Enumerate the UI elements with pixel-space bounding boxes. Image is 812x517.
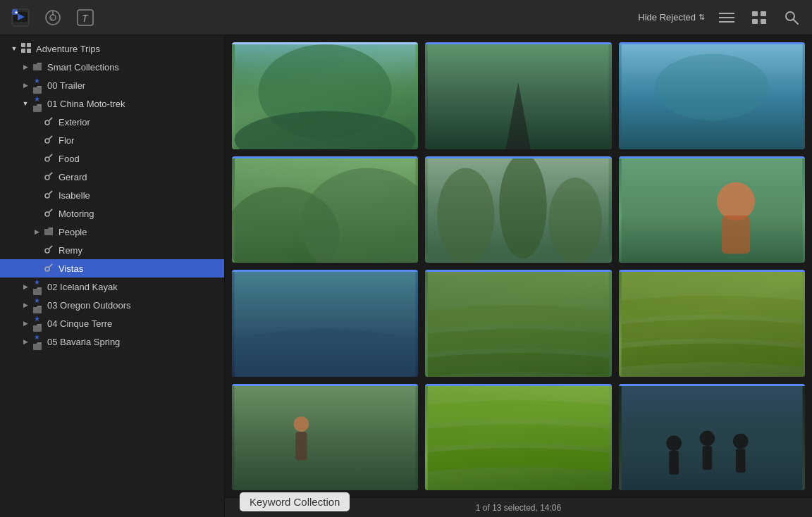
sidebar-item-00-trailer[interactable]: ▶★00 Trailer xyxy=(0,76,224,94)
keyword-icon xyxy=(42,244,55,256)
media-card[interactable]: IMG_1078 xyxy=(232,156,418,263)
sidebar-item-05-bavaria[interactable]: ▶★05 Bavaria Spring xyxy=(0,332,224,351)
thumbnail-image xyxy=(619,386,805,491)
svg-point-59 xyxy=(499,158,547,258)
svg-rect-16 xyxy=(752,19,758,24)
media-card[interactable]: 150802_010 xyxy=(619,270,805,377)
svg-rect-22 xyxy=(21,49,25,53)
thumbnail-image xyxy=(232,386,418,491)
media-card[interactable] xyxy=(425,384,611,491)
svg-line-26 xyxy=(50,118,52,120)
svg-point-30 xyxy=(45,157,49,161)
svg-line-32 xyxy=(50,154,52,156)
sidebar-item-label: 05 Bavaria Spring xyxy=(47,337,219,347)
thumbnail-image xyxy=(425,272,611,377)
sidebar-item-food[interactable]: Food xyxy=(0,149,224,168)
media-area: 150731_003150802_015IMG_1775IMG_1078IMG_… xyxy=(225,35,812,517)
media-card[interactable]: 150802_011 xyxy=(425,270,611,377)
svg-rect-77 xyxy=(736,449,746,473)
sidebar-item-label: 00 Trailer xyxy=(47,80,219,91)
keyword-icon xyxy=(42,189,55,201)
svg-rect-73 xyxy=(669,450,679,474)
sidebar-item-02-iceland[interactable]: ▶★02 Iceland Kayak xyxy=(0,278,224,296)
svg-line-47 xyxy=(50,264,52,266)
keyword-icon xyxy=(42,135,55,147)
chevron-icon[interactable]: ▶ xyxy=(20,338,31,345)
chevron-icon[interactable]: ▶ xyxy=(20,283,31,290)
sidebar-item-gerard[interactable]: Gerard xyxy=(0,168,224,186)
svg-point-55 xyxy=(232,187,339,263)
svg-line-35 xyxy=(50,173,52,175)
sidebar-item-label: 02 Iceland Kayak xyxy=(47,282,219,292)
chevron-icon[interactable]: ▶ xyxy=(20,320,31,327)
svg-rect-66 xyxy=(621,272,802,377)
sidebar-item-remy[interactable]: Remy xyxy=(0,241,224,259)
svg-point-68 xyxy=(294,416,309,432)
sidebar-item-label: 03 Oregon Outdoors xyxy=(47,300,219,311)
chevron-icon[interactable]: ▶ xyxy=(20,82,31,89)
thumbnail-image xyxy=(619,158,805,263)
hide-rejected-button[interactable]: Hide Rejected ⇅ xyxy=(638,12,705,23)
media-card[interactable]: 150731_003 xyxy=(232,42,418,149)
sidebar-item-label: Remy xyxy=(59,245,219,256)
sidebar-item-03-oregon[interactable]: ▶★03 Oregon Outdoors xyxy=(0,296,224,314)
toolbar-left: ★ ♪ T xyxy=(10,7,96,28)
media-card[interactable]: IMG_0873 xyxy=(425,156,611,263)
chevron-icon[interactable]: ▶ xyxy=(20,301,31,309)
media-card[interactable]: IMG_0322 xyxy=(232,270,418,377)
svg-point-42 xyxy=(45,249,49,253)
media-card[interactable]: 150802_015 xyxy=(425,42,611,149)
sidebar-item-04-cinque[interactable]: ▶★04 Cinque Terre xyxy=(0,314,224,332)
svg-text:T: T xyxy=(82,13,89,24)
media-card[interactable] xyxy=(619,384,805,491)
app-icon[interactable]: ★ xyxy=(10,7,31,28)
sidebar-item-flor[interactable]: Flor xyxy=(0,131,224,149)
chevron-icon[interactable]: ▼ xyxy=(8,45,20,52)
svg-rect-63 xyxy=(721,216,750,254)
thumbnail-image xyxy=(425,158,611,263)
thumbnail-image xyxy=(619,44,805,149)
title-icon[interactable]: T xyxy=(75,7,96,28)
thumbnail-image xyxy=(232,44,418,149)
sidebar-item-isabelle[interactable]: Isabelle xyxy=(0,186,224,204)
svg-rect-61 xyxy=(621,158,802,263)
chevron-icon[interactable]: ▶ xyxy=(20,63,31,70)
sidebar-item-exterior[interactable]: Exterior xyxy=(0,113,224,131)
media-card[interactable] xyxy=(232,384,418,491)
sidebar-item-label: Adventure Trips xyxy=(36,44,219,54)
sidebar-item-vistas[interactable]: Vistas xyxy=(0,259,224,278)
chevron-icon[interactable]: ▶ xyxy=(31,228,42,235)
svg-line-38 xyxy=(50,191,52,193)
grid-view-icon[interactable] xyxy=(749,7,770,28)
sidebar-item-adventure-trips[interactable]: ▼ Adventure Trips xyxy=(0,39,224,58)
sidebar-item-label: Smart Collections xyxy=(47,62,219,73)
thumbnail-image xyxy=(619,272,805,377)
sidebar-item-label: Exterior xyxy=(59,117,219,127)
list-view-icon[interactable] xyxy=(716,7,737,28)
star-folder-icon: ★ xyxy=(31,331,44,352)
sidebar-item-motoring[interactable]: Motoring xyxy=(0,204,224,223)
media-card[interactable]: IMG_1775 xyxy=(619,42,805,149)
sidebar-item-smart-collections[interactable]: ▶Smart Collections xyxy=(0,58,224,76)
svg-line-19 xyxy=(794,20,798,24)
sidebar-item-people[interactable]: ▶People xyxy=(0,223,224,241)
sort-arrows-icon: ⇅ xyxy=(699,13,705,22)
svg-rect-17 xyxy=(761,19,766,24)
media-card[interactable]: IMG_0367 xyxy=(619,156,805,263)
music-icon[interactable]: ♪ xyxy=(42,7,63,28)
svg-point-72 xyxy=(666,435,682,451)
svg-point-62 xyxy=(717,182,755,220)
keyword-icon xyxy=(42,171,55,183)
svg-rect-75 xyxy=(702,446,712,470)
svg-rect-70 xyxy=(428,386,609,491)
sidebar-item-01-china[interactable]: ▼★01 China Moto-trek xyxy=(0,94,224,113)
toolbar-right: Hide Rejected ⇅ xyxy=(638,7,802,28)
chevron-icon[interactable]: ▼ xyxy=(20,100,31,107)
folder-icon xyxy=(42,227,55,237)
media-grid: 150731_003150802_015IMG_1775IMG_1078IMG_… xyxy=(225,35,812,497)
svg-point-33 xyxy=(45,175,49,180)
search-icon[interactable] xyxy=(781,7,802,28)
svg-point-58 xyxy=(438,168,495,263)
folder-icon xyxy=(31,62,44,73)
svg-point-56 xyxy=(301,168,418,263)
